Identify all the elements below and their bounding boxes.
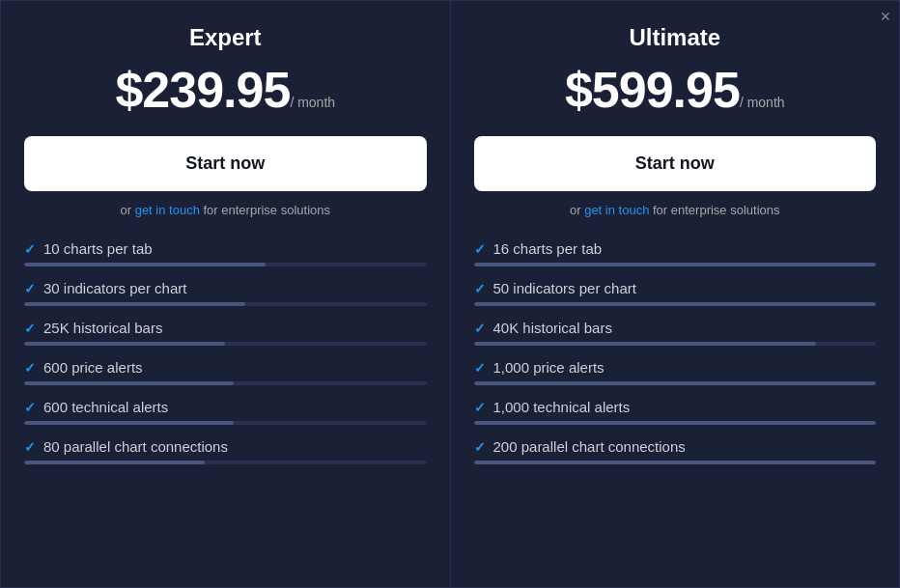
expert-feature-text-5: 80 parallel chart connections [43, 438, 228, 455]
expert-feature-check-4: ✓ [24, 400, 36, 415]
ultimate-feature-text-0: 16 charts per tab [493, 240, 603, 257]
expert-feature-bar-fill-0 [24, 263, 266, 266]
expert-price-period: / month [290, 95, 335, 110]
expert-feature-1: ✓30 indicators per chart [24, 280, 427, 306]
expert-feature-label-1: ✓30 indicators per chart [24, 280, 427, 296]
expert-feature-check-1: ✓ [24, 281, 36, 296]
ultimate-feature-text-2: 40K historical bars [493, 320, 612, 336]
ultimate-feature-1: ✓50 indicators per chart [474, 280, 877, 306]
ultimate-feature-bar-track-0 [474, 263, 877, 266]
ultimate-feature-check-1: ✓ [474, 281, 486, 296]
ultimate-feature-bar-fill-3 [474, 381, 877, 385]
ultimate-feature-bar-track-4 [474, 421, 877, 425]
ultimate-feature-bar-fill-4 [474, 421, 877, 425]
expert-price-amount: $239.95 [115, 62, 290, 118]
expert-feature-4: ✓600 technical alerts [24, 399, 427, 425]
expert-enterprise-text: or get in touch for enterprise solutions [24, 203, 427, 217]
expert-feature-3: ✓600 price alerts [24, 359, 427, 385]
ultimate-feature-text-5: 200 parallel chart connections [493, 438, 686, 455]
expert-feature-0: ✓10 charts per tab [24, 240, 427, 266]
expert-start-button[interactable]: Start now [24, 136, 427, 191]
ultimate-feature-label-4: ✓1,000 technical alerts [474, 399, 877, 415]
ultimate-feature-5: ✓200 parallel chart connections [474, 438, 877, 464]
expert-feature-check-3: ✓ [24, 360, 36, 376]
ultimate-price-amount: $599.95 [565, 62, 740, 118]
ultimate-feature-bar-fill-1 [474, 302, 877, 306]
expert-enterprise-or: or [120, 203, 134, 217]
expert-feature-2: ✓25K historical bars [24, 320, 427, 346]
ultimate-feature-check-2: ✓ [474, 321, 486, 336]
ultimate-feature-2: ✓40K historical bars [474, 320, 877, 346]
expert-feature-bar-track-4 [24, 421, 427, 425]
plans-container: Expert$239.95/ monthStart nowor get in t… [0, 0, 900, 588]
ultimate-feature-bar-track-2 [474, 342, 877, 346]
ultimate-feature-bar-fill-0 [474, 263, 877, 266]
ultimate-start-button[interactable]: Start now [474, 136, 877, 191]
expert-feature-check-0: ✓ [24, 241, 36, 257]
plan-ultimate: ✕Ultimate$599.95/ monthStart nowor get i… [450, 0, 901, 588]
expert-feature-bar-fill-2 [24, 342, 225, 346]
expert-feature-text-3: 600 price alerts [43, 359, 143, 376]
ultimate-price: $599.95/ month [474, 61, 877, 119]
expert-feature-bar-fill-1 [24, 302, 245, 306]
ultimate-feature-check-0: ✓ [474, 241, 486, 257]
ultimate-title: Ultimate [474, 24, 877, 51]
ultimate-feature-text-3: 1,000 price alerts [493, 359, 605, 376]
expert-feature-text-1: 30 indicators per chart [43, 280, 186, 296]
expert-title: Expert [24, 24, 427, 51]
ultimate-feature-bar-fill-2 [474, 342, 816, 346]
expert-feature-5: ✓80 parallel chart connections [24, 438, 427, 464]
ultimate-feature-label-3: ✓1,000 price alerts [474, 359, 877, 376]
ultimate-feature-label-5: ✓200 parallel chart connections [474, 438, 877, 455]
expert-feature-bar-track-2 [24, 342, 427, 346]
expert-features-list: ✓10 charts per tab✓30 indicators per cha… [24, 240, 427, 464]
expert-feature-label-0: ✓10 charts per tab [24, 240, 427, 257]
ultimate-feature-0: ✓16 charts per tab [474, 240, 877, 266]
ultimate-feature-bar-fill-5 [474, 461, 877, 464]
expert-feature-bar-fill-5 [24, 461, 205, 464]
ultimate-feature-bar-track-1 [474, 302, 877, 306]
expert-feature-bar-fill-3 [24, 381, 234, 385]
expert-feature-text-0: 10 charts per tab [43, 240, 153, 257]
ultimate-feature-bar-track-5 [474, 461, 877, 464]
ultimate-enterprise-text: or get in touch for enterprise solutions [474, 203, 877, 217]
expert-feature-bar-track-5 [24, 461, 427, 464]
expert-enterprise-link[interactable]: get in touch [135, 203, 200, 217]
ultimate-features-list: ✓16 charts per tab✓50 indicators per cha… [474, 240, 877, 464]
ultimate-feature-bar-track-3 [474, 381, 877, 385]
expert-feature-label-2: ✓25K historical bars [24, 320, 427, 336]
ultimate-feature-3: ✓1,000 price alerts [474, 359, 877, 385]
ultimate-enterprise-link[interactable]: get in touch [584, 203, 649, 217]
close-icon[interactable]: ✕ [880, 9, 891, 24]
ultimate-feature-check-4: ✓ [474, 400, 486, 415]
expert-feature-bar-fill-4 [24, 421, 234, 425]
ultimate-feature-label-1: ✓50 indicators per chart [474, 280, 877, 296]
expert-feature-bar-track-3 [24, 381, 427, 385]
ultimate-enterprise-suffix: for enterprise solutions [649, 203, 779, 217]
ultimate-price-period: / month [740, 95, 785, 110]
ultimate-enterprise-or: or [570, 203, 584, 217]
ultimate-feature-4: ✓1,000 technical alerts [474, 399, 877, 425]
plan-expert: Expert$239.95/ monthStart nowor get in t… [0, 0, 450, 588]
ultimate-feature-text-1: 50 indicators per chart [493, 280, 636, 296]
expert-enterprise-suffix: for enterprise solutions [200, 203, 330, 217]
expert-feature-check-2: ✓ [24, 321, 36, 336]
expert-feature-label-4: ✓600 technical alerts [24, 399, 427, 415]
expert-feature-check-5: ✓ [24, 439, 36, 455]
ultimate-feature-text-4: 1,000 technical alerts [493, 399, 631, 415]
expert-feature-bar-track-0 [24, 263, 427, 266]
ultimate-feature-label-0: ✓16 charts per tab [474, 240, 877, 257]
expert-feature-text-4: 600 technical alerts [43, 399, 168, 415]
ultimate-feature-check-5: ✓ [474, 439, 486, 455]
expert-feature-text-2: 25K historical bars [43, 320, 162, 336]
expert-price: $239.95/ month [24, 61, 427, 119]
expert-feature-label-3: ✓600 price alerts [24, 359, 427, 376]
ultimate-feature-check-3: ✓ [474, 360, 486, 376]
expert-feature-bar-track-1 [24, 302, 427, 306]
ultimate-feature-label-2: ✓40K historical bars [474, 320, 877, 336]
expert-feature-label-5: ✓80 parallel chart connections [24, 438, 427, 455]
